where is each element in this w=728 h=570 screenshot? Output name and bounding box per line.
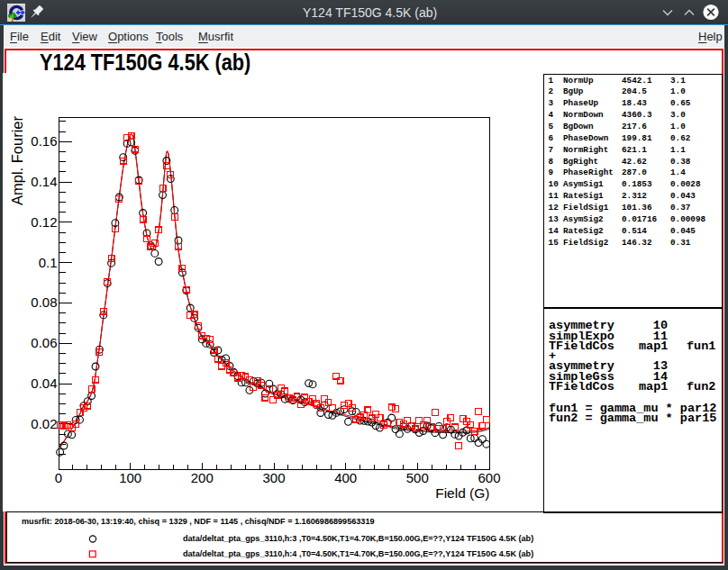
svg-text:0: 0: [55, 470, 62, 485]
svg-text:500: 500: [406, 470, 429, 485]
svg-text:0.1: 0.1: [39, 255, 58, 270]
svg-text:0.06: 0.06: [31, 335, 57, 350]
svg-text:0.14: 0.14: [31, 174, 57, 189]
svg-text:600: 600: [478, 470, 500, 485]
svg-text:0.16: 0.16: [31, 133, 57, 149]
svg-text:0.04: 0.04: [31, 375, 57, 391]
svg-text:200: 200: [191, 470, 214, 485]
svg-text:400: 400: [334, 470, 357, 485]
svg-text:0.02: 0.02: [31, 416, 57, 431]
svg-text:300: 300: [262, 470, 285, 485]
svg-text:100: 100: [119, 470, 141, 485]
svg-text:Ampl. Fourier: Ampl. Fourier: [9, 115, 25, 205]
svg-text:Field (G): Field (G): [435, 485, 489, 501]
svg-text:0.12: 0.12: [31, 214, 57, 230]
svg-text:0.08: 0.08: [31, 294, 57, 310]
